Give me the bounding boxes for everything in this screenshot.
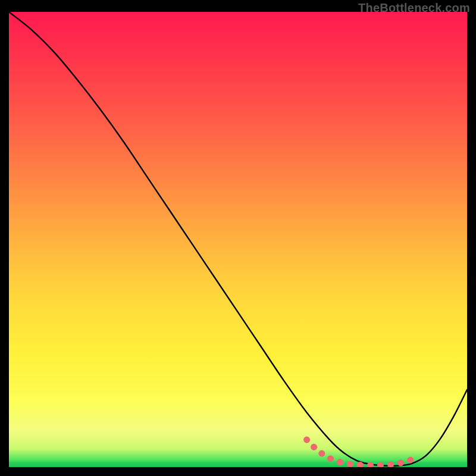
optimal-range-dots: [307, 440, 417, 465]
bottleneck-curve: [9, 12, 467, 466]
chart-container: TheBottleneck.com: [0, 0, 476, 476]
plot-area: [9, 12, 467, 467]
chart-svg: [9, 12, 467, 467]
